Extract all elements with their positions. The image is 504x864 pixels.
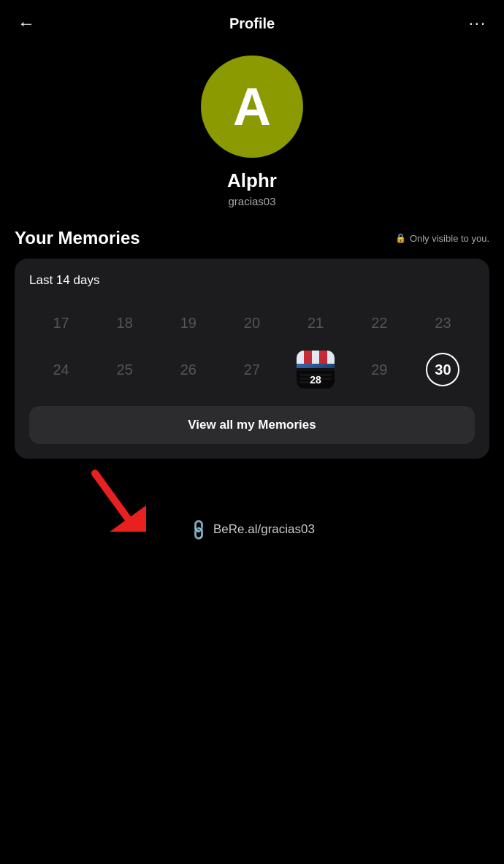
memories-header: Your Memories 🔒 Only visible to you. xyxy=(15,228,489,248)
calendar-cell-21: 21 xyxy=(284,304,348,342)
calendar-cell-25: 25 xyxy=(93,351,156,389)
more-options-button[interactable]: ··· xyxy=(457,14,486,33)
memories-title: Your Memories xyxy=(15,228,140,248)
visibility-label: 🔒 Only visible to you. xyxy=(395,233,489,244)
date-range-label: Last 14 days xyxy=(29,273,475,288)
calendar-cell-23: 23 xyxy=(411,304,475,342)
username: gracias03 xyxy=(228,195,275,207)
calendar-cell-19: 19 xyxy=(156,304,220,342)
profile-url: BeRe.al/gracias03 xyxy=(213,522,315,537)
calendar-cell-17: 17 xyxy=(29,304,93,342)
calendar-cell-29: 29 xyxy=(348,351,411,389)
lock-icon: 🔒 xyxy=(395,233,406,243)
calendar-cell-24: 24 xyxy=(29,351,93,389)
calendar-cell-20: 20 xyxy=(220,304,283,342)
profile-link[interactable]: 🔗 BeRe.al/gracias03 xyxy=(189,521,315,538)
memories-section: Your Memories 🔒 Only visible to you. Las… xyxy=(0,215,504,459)
display-name: Alphr xyxy=(227,169,277,192)
calendar-cell-18: 18 xyxy=(93,304,156,342)
calendar-grid: 17 18 19 20 21 22 23 24 xyxy=(29,304,475,389)
back-button[interactable]: ← xyxy=(18,13,47,34)
memory-photo-28[interactable]: 28 xyxy=(297,351,335,389)
view-all-memories-button[interactable]: View all my Memories xyxy=(29,406,475,444)
calendar-cell-28[interactable]: 28 xyxy=(284,351,348,389)
visibility-text: Only visible to you. xyxy=(410,233,489,244)
memories-card: Last 14 days 17 18 19 20 21 22 23 xyxy=(15,259,489,459)
photo-day-number: 28 xyxy=(310,374,321,386)
svg-line-1 xyxy=(95,473,128,519)
red-arrow xyxy=(80,466,146,535)
calendar-cell-22: 22 xyxy=(348,304,411,342)
header: ← Profile ··· xyxy=(0,0,504,41)
link-icon: 🔗 xyxy=(186,517,211,543)
today-indicator: 30 xyxy=(426,353,459,386)
calendar-cell-today: 30 xyxy=(411,351,475,389)
bottom-link-section: 🔗 BeRe.al/gracias03 xyxy=(0,459,504,567)
avatar-section: A Alphr gracias03 xyxy=(0,41,504,215)
calendar-cell-27: 27 xyxy=(220,351,283,389)
avatar: A xyxy=(201,56,303,158)
page-title: Profile xyxy=(229,15,275,32)
calendar-cell-26: 26 xyxy=(156,351,220,389)
